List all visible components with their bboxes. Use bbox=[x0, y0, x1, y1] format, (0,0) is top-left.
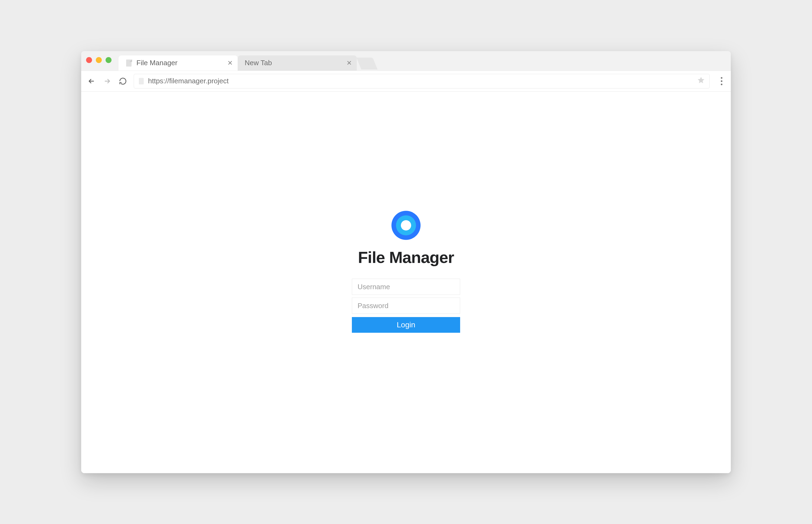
star-icon bbox=[697, 76, 705, 84]
arrow-right-icon bbox=[103, 77, 111, 85]
close-tab-icon[interactable]: ✕ bbox=[227, 60, 233, 66]
tab-label: File Manager bbox=[137, 59, 223, 67]
close-window-button[interactable] bbox=[86, 57, 92, 63]
browser-menu-button[interactable] bbox=[718, 77, 726, 85]
username-input[interactable] bbox=[352, 279, 460, 295]
close-tab-icon[interactable]: ✕ bbox=[347, 60, 352, 66]
svg-point-2 bbox=[401, 220, 411, 230]
minimize-window-button[interactable] bbox=[96, 57, 102, 63]
app-title: File Manager bbox=[358, 248, 454, 267]
login-panel: File Manager Login bbox=[352, 210, 460, 333]
tab-new-tab[interactable]: New Tab ✕ bbox=[238, 55, 357, 71]
login-button[interactable]: Login bbox=[352, 317, 460, 333]
tab-file-manager[interactable]: File Manager ✕ bbox=[118, 55, 238, 71]
window-controls bbox=[86, 57, 112, 63]
url-text: https://filemanager.project bbox=[148, 77, 693, 85]
arrow-left-icon bbox=[87, 77, 96, 85]
reload-icon bbox=[119, 77, 127, 85]
dot-icon bbox=[721, 77, 722, 79]
back-button[interactable] bbox=[86, 76, 96, 86]
dot-icon bbox=[721, 84, 722, 85]
page-content: File Manager Login bbox=[81, 92, 731, 473]
maximize-window-button[interactable] bbox=[106, 57, 112, 63]
address-bar[interactable]: https://filemanager.project bbox=[134, 74, 710, 88]
browser-window: File Manager ✕ New Tab ✕ https://filema bbox=[81, 51, 731, 473]
reload-button[interactable] bbox=[118, 76, 128, 86]
dot-icon bbox=[721, 80, 722, 82]
bookmark-button[interactable] bbox=[697, 76, 705, 86]
forward-button[interactable] bbox=[102, 76, 112, 86]
file-icon bbox=[126, 59, 132, 67]
browser-toolbar: https://filemanager.project bbox=[81, 71, 731, 92]
tab-label: New Tab bbox=[245, 59, 342, 67]
new-tab-button[interactable] bbox=[356, 58, 378, 69]
file-icon bbox=[138, 77, 144, 85]
tab-strip: File Manager ✕ New Tab ✕ bbox=[81, 51, 731, 71]
app-logo-icon bbox=[391, 210, 421, 241]
password-input[interactable] bbox=[352, 298, 460, 314]
